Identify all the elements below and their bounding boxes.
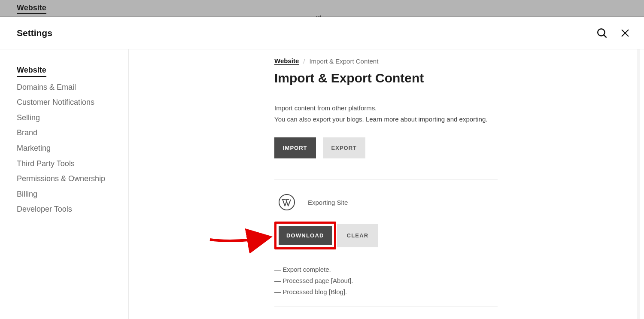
search-icon[interactable] [596,27,608,39]
download-button[interactable]: DOWNLOAD [279,226,332,245]
section-divider [274,179,498,179]
tab-import[interactable]: IMPORT [274,137,316,158]
dimmed-backdrop: Website Blog [0,0,644,17]
tab-export[interactable]: EXPORT [323,137,365,158]
sidebar-item-customer-notifications[interactable]: Customer Notifications [17,98,94,107]
sidebar-item-website[interactable]: Website [17,66,46,77]
page-title: Import & Export Content [274,71,498,85]
log-line: — Export complete. [274,266,498,273]
main-content: Website / Import & Export Content Import… [129,49,644,319]
sidebar-item-developer-tools[interactable]: Developer Tools [17,205,72,214]
intro-line-2-prefix: You can also export your blogs. [274,115,366,123]
sidebar-item-selling[interactable]: Selling [17,113,40,123]
panel-title: Settings [17,28,52,38]
sidebar-item-permissions-ownership[interactable]: Permissions & Ownership [17,174,105,184]
export-status-row: Exporting Site [274,194,498,210]
breadcrumb-separator: / [303,58,305,65]
settings-panel: Settings Website Domains & Email Custome… [0,17,644,319]
settings-sidebar: Website Domains & Email Customer Notific… [0,49,129,319]
export-action-row: DOWNLOAD CLEAR [274,222,498,249]
backdrop-title: Website [17,3,46,14]
scrollbar-track[interactable] [637,49,640,319]
sidebar-item-billing[interactable]: Billing [17,190,37,199]
breadcrumb-current: Import & Export Content [309,58,378,65]
intro-text: Import content from other platforms. You… [274,103,498,125]
close-icon[interactable] [619,27,631,39]
sidebar-item-domains-email[interactable]: Domains & Email [17,83,76,92]
annotation-highlight: DOWNLOAD [274,222,336,249]
intro-line-1: Import content from other platforms. [274,103,498,114]
export-status-label: Exporting Site [308,199,348,206]
clear-button[interactable]: CLEAR [337,224,379,247]
svg-line-1 [604,35,606,37]
sidebar-item-brand[interactable]: Brand [17,128,37,138]
breadcrumb-root[interactable]: Website [274,57,299,65]
log-line: — Processed blog [Blog]. [274,288,498,295]
import-export-tabs: IMPORT EXPORT [274,137,498,158]
breadcrumb: Website / Import & Export Content [274,57,498,65]
sidebar-item-third-party-tools[interactable]: Third Party Tools [17,159,75,169]
sidebar-item-marketing[interactable]: Marketing [17,144,51,153]
learn-more-link[interactable]: Learn more about importing and exporting… [366,115,488,123]
section-divider [274,307,498,307]
annotation-arrow [208,228,276,253]
panel-header: Settings [0,17,644,49]
log-line: — Processed page [About]. [274,277,498,284]
wordpress-icon [279,194,295,210]
